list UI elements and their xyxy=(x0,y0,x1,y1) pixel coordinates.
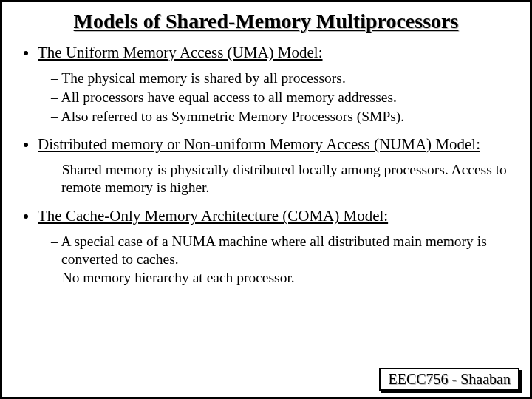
list-item: No memory hierarchy at each processor. xyxy=(51,269,514,287)
section-uma: The Uniform Memory Access (UMA) Model: T… xyxy=(38,44,514,125)
section-heading: The Uniform Memory Access (UMA) Model: xyxy=(38,44,323,61)
list-item: A special case of a NUMA machine where a… xyxy=(51,233,514,268)
list-item: The physical memory is shared by all pro… xyxy=(51,69,514,87)
list-item: All processors have equal access to all … xyxy=(51,89,514,106)
section-numa: Distributed memory or Non-uniform Memory… xyxy=(38,135,514,197)
slide-title: Models of Shared-Memory Multiprocessors xyxy=(18,10,514,33)
section-coma: The Cache-Only Memory Architecture (COMA… xyxy=(38,207,514,287)
section-heading: The Cache-Only Memory Architecture (COMA… xyxy=(38,207,388,225)
footer-label: EECC756 - Shaaban xyxy=(379,368,519,391)
sub-list: The physical memory is shared by all pro… xyxy=(38,69,514,125)
sub-list: A special case of a NUMA machine where a… xyxy=(38,233,514,287)
list-item: Shared memory is physically distributed … xyxy=(51,161,514,197)
slide: Models of Shared-Memory Multiprocessors … xyxy=(0,0,532,399)
list-item: Also referred to as Symmetric Memory Pro… xyxy=(51,108,514,126)
footer: EECC756 - Shaaban xyxy=(379,368,519,391)
section-heading: Distributed memory or Non-uniform Memory… xyxy=(38,135,480,153)
content-list: The Uniform Memory Access (UMA) Model: T… xyxy=(18,44,514,287)
sub-list: Shared memory is physically distributed … xyxy=(38,161,514,197)
